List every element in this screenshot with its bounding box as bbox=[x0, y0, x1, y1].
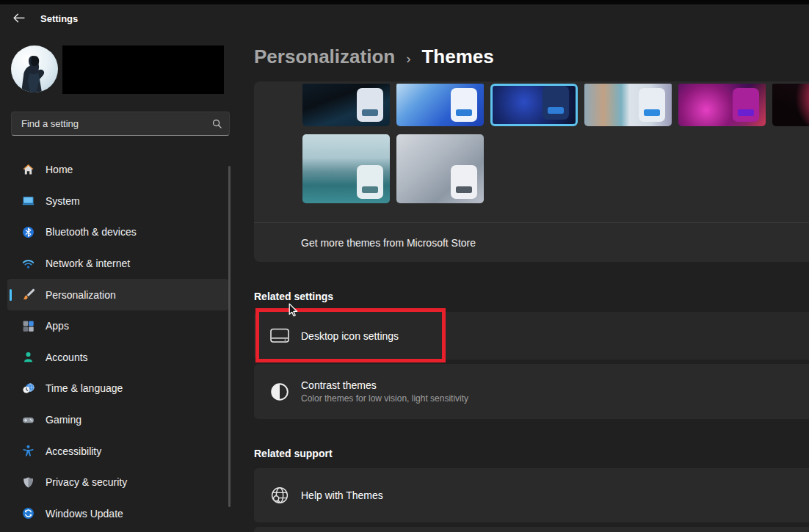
theme-thumbnail-mountain-lake[interactable] bbox=[302, 134, 390, 203]
sidebar-item-label: Apps bbox=[46, 320, 69, 332]
apps-icon bbox=[22, 320, 35, 332]
accounts-icon bbox=[22, 351, 35, 363]
sidebar-item-label: Bluetooth & devices bbox=[46, 226, 137, 238]
theme-thumbnail-purple-glow[interactable] bbox=[678, 84, 766, 126]
windows-update-icon bbox=[22, 507, 35, 520]
search-icon bbox=[208, 118, 229, 129]
personalization-icon bbox=[22, 288, 35, 301]
theme-grid-row-2 bbox=[302, 134, 484, 203]
theme-preview-window bbox=[357, 165, 383, 199]
globe-help-icon bbox=[270, 486, 289, 505]
mouse-cursor bbox=[289, 303, 299, 321]
accessibility-icon bbox=[22, 445, 35, 457]
theme-preview-taskbar bbox=[738, 109, 754, 116]
contrast-themes-label: Contrast themes bbox=[301, 379, 468, 391]
window-top-edge bbox=[0, 0, 809, 4]
theme-preview-window bbox=[639, 88, 665, 122]
redacted-username-block bbox=[62, 45, 224, 94]
red-annotation-box bbox=[255, 308, 446, 362]
sidebar-item-bluetooth-devices[interactable]: Bluetooth & devices bbox=[7, 216, 228, 248]
theme-preview-taskbar bbox=[644, 109, 660, 116]
sidebar-item-label: Time & language bbox=[46, 382, 123, 394]
breadcrumb-separator-icon: › bbox=[406, 51, 410, 67]
page-title: Themes bbox=[421, 45, 493, 68]
theme-preview-window bbox=[357, 88, 383, 122]
sidebar-item-system[interactable]: System bbox=[7, 186, 228, 217]
privacy-icon bbox=[22, 476, 35, 489]
home-icon bbox=[22, 164, 35, 176]
user-avatar[interactable] bbox=[11, 45, 58, 92]
contrast-themes-description: Color themes for low vision, light sensi… bbox=[301, 393, 468, 404]
theme-thumbnail-dark-blue-bloom-selected[interactable] bbox=[490, 84, 578, 126]
back-arrow-icon bbox=[12, 12, 25, 26]
sidebar-item-accounts[interactable]: Accounts bbox=[7, 342, 228, 374]
sidebar-item-windows-update[interactable]: Windows Update bbox=[7, 498, 228, 530]
sidebar-item-apps[interactable]: Apps bbox=[7, 310, 228, 342]
theme-thumbnail-silver-bloom[interactable] bbox=[396, 134, 484, 203]
sidebar-item-label: Home bbox=[46, 164, 73, 175]
theme-preview-window bbox=[543, 86, 569, 120]
theme-preview-window bbox=[451, 88, 477, 122]
selected-indicator bbox=[10, 289, 12, 301]
sidebar-item-label: Accessibility bbox=[46, 445, 101, 457]
theme-preview-taskbar bbox=[548, 107, 564, 114]
theme-preview-taskbar bbox=[362, 186, 378, 193]
sidebar-item-label: Accounts bbox=[46, 351, 88, 363]
theme-preview-taskbar bbox=[362, 109, 378, 116]
related-settings-heading: Related settings bbox=[254, 291, 333, 302]
help-with-themes-row[interactable]: Help with Themes bbox=[254, 468, 809, 522]
get-more-themes-label: Get more themes from Microsoft Store bbox=[301, 237, 476, 249]
breadcrumb: Personalization › Themes bbox=[254, 45, 494, 68]
sidebar-item-home[interactable]: Home bbox=[7, 154, 228, 186]
help-with-themes-label: Help with Themes bbox=[301, 489, 383, 501]
gaming-icon bbox=[22, 414, 35, 426]
sidebar-item-network-internet[interactable]: Network & internet bbox=[7, 248, 228, 280]
contrast-themes-row[interactable]: Contrast themes Color themes for low vis… bbox=[254, 364, 809, 419]
sidebar-item-label: Gaming bbox=[46, 414, 81, 426]
get-more-themes-link[interactable]: Get more themes from Microsoft Store bbox=[254, 223, 809, 262]
sidebar-item-label: System bbox=[46, 195, 80, 207]
related-support-heading: Related support bbox=[254, 448, 333, 459]
search-input[interactable] bbox=[12, 118, 208, 129]
sidebar-item-label: Personalization bbox=[46, 289, 116, 301]
theme-preview-taskbar bbox=[456, 186, 472, 193]
settings-window: Settings Home System bbox=[0, 0, 809, 532]
search-box[interactable] bbox=[11, 112, 230, 136]
theme-preview-window bbox=[733, 88, 759, 122]
theme-grid-row-1 bbox=[302, 84, 809, 126]
bluetooth-icon bbox=[22, 226, 35, 238]
sidebar-item-label: Privacy & security bbox=[46, 476, 127, 488]
time-language-icon bbox=[22, 382, 35, 395]
theme-preview-taskbar bbox=[456, 109, 472, 116]
theme-thumbnail-night-landscape[interactable] bbox=[302, 84, 390, 126]
sidebar-item-accessibility[interactable]: Accessibility bbox=[7, 435, 228, 467]
sidebar-scrollbar[interactable] bbox=[228, 166, 231, 507]
sidebar-item-time-language[interactable]: Time & language bbox=[7, 373, 228, 404]
next-row-partially-visible[interactable] bbox=[254, 527, 809, 532]
theme-thumbnail-light-blue-bloom[interactable] bbox=[396, 84, 484, 126]
contrast-icon bbox=[270, 382, 289, 401]
system-icon bbox=[22, 194, 35, 207]
breadcrumb-parent[interactable]: Personalization bbox=[254, 45, 395, 68]
sidebar-nav: Home System Bluetooth & devices Network … bbox=[7, 154, 228, 529]
sidebar-item-privacy-security[interactable]: Privacy & security bbox=[7, 467, 228, 498]
theme-thumbnail-dark-pink-flower[interactable] bbox=[772, 84, 809, 126]
theme-thumbnail-beach-blossom[interactable] bbox=[584, 84, 672, 126]
network-icon bbox=[22, 258, 35, 270]
sidebar-item-label: Network & internet bbox=[46, 258, 130, 269]
sidebar-item-personalization[interactable]: Personalization bbox=[7, 279, 228, 310]
app-title: Settings bbox=[40, 13, 78, 24]
theme-preview-window bbox=[451, 165, 477, 199]
sidebar-item-label: Windows Update bbox=[46, 508, 123, 520]
sidebar-item-gaming[interactable]: Gaming bbox=[7, 404, 228, 436]
back-button[interactable] bbox=[9, 10, 28, 28]
